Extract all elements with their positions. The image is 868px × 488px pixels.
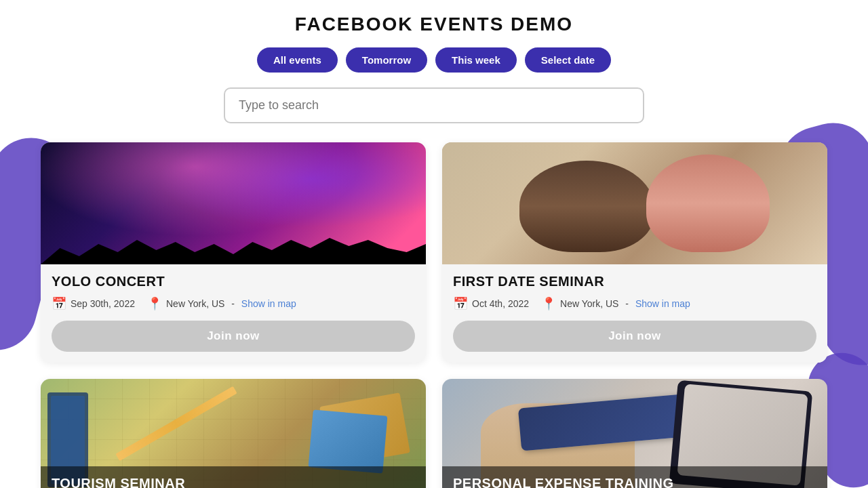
crowd-silhouette [41,224,426,264]
events-grid: YOLO CONCERT 📅 Sep 30th, 2022 📍 New York… [41,142,827,488]
event-card-yolo-concert: YOLO CONCERT 📅 Sep 30th, 2022 📍 New York… [41,142,426,363]
event-card-expense: PERSONAL EXPENSE TRAINING [442,379,827,488]
event-location-first-date: 📍 New York, US - Show in map [541,296,690,311]
event-image-date [442,142,827,264]
search-input[interactable] [224,87,644,123]
event-card-tourism: TOURISM SEMINAR [41,379,426,488]
event-card-first-date: FIRST DATE SEMINAR 📅 Oct 4th, 2022 📍 New… [442,142,827,363]
event-date-concert: 📅 Sep 30th, 2022 [52,296,135,311]
calendar-icon-2: 📅 [453,296,468,311]
location-icon-2: 📍 [541,296,556,311]
event-title-expense: PERSONAL EXPENSE TRAINING [442,466,827,488]
event-meta-concert: 📅 Sep 30th, 2022 📍 New York, US - Show i… [52,296,415,311]
filter-select-date[interactable]: Select date [525,47,611,73]
event-title-concert: YOLO CONCERT [52,274,415,289]
filter-all-events[interactable]: All events [257,47,338,73]
show-map-link-first-date[interactable]: Show in map [635,298,690,309]
show-map-link-concert[interactable]: Show in map [241,298,296,309]
event-body-date: FIRST DATE SEMINAR 📅 Oct 4th, 2022 📍 New… [442,264,827,363]
event-date-first-date: 📅 Oct 4th, 2022 [453,296,529,311]
join-button-concert[interactable]: Join now [52,321,415,352]
event-title-date: FIRST DATE SEMINAR [453,274,816,289]
filter-this-week[interactable]: This week [435,47,517,73]
event-body-concert: YOLO CONCERT 📅 Sep 30th, 2022 📍 New York… [41,264,426,363]
search-bar-wrapper [224,87,644,123]
join-button-first-date[interactable]: Join now [453,321,816,352]
location-icon: 📍 [147,296,162,311]
page-title: FACEBOOK EVENTS DEMO [41,14,827,35]
event-title-tourism: TOURISM SEMINAR [41,466,426,488]
event-location-concert: 📍 New York, US - Show in map [147,296,296,311]
filter-tomorrow[interactable]: Tomorrow [346,47,427,73]
calendar-icon: 📅 [52,296,66,311]
filter-bar: All events Tomorrow This week Select dat… [41,47,827,73]
event-meta-date: 📅 Oct 4th, 2022 📍 New York, US - Show in… [453,296,816,311]
event-image-concert [41,142,426,264]
